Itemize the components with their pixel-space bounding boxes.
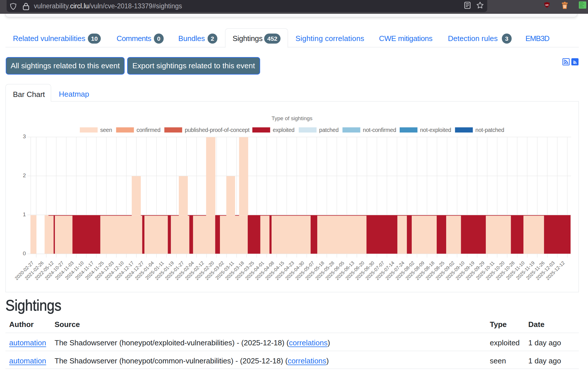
svg-text:not-confirmed: not-confirmed	[363, 127, 396, 133]
svg-text:1: 1	[23, 211, 26, 217]
svg-text:exploited: exploited	[273, 127, 295, 133]
svg-text:seen: seen	[100, 127, 112, 133]
svg-text:3: 3	[23, 133, 26, 139]
svg-text:0: 0	[23, 250, 26, 256]
svg-text:not-exploited: not-exploited	[420, 127, 451, 133]
svg-text:2: 2	[23, 172, 26, 178]
svg-text:not-patched: not-patched	[475, 127, 504, 133]
svg-text:published-proof-of-concept: published-proof-of-concept	[185, 127, 249, 133]
svg-text:uo: uo	[546, 3, 549, 6]
svg-text:patched: patched	[319, 127, 339, 133]
svg-text:confirmed: confirmed	[136, 127, 160, 133]
